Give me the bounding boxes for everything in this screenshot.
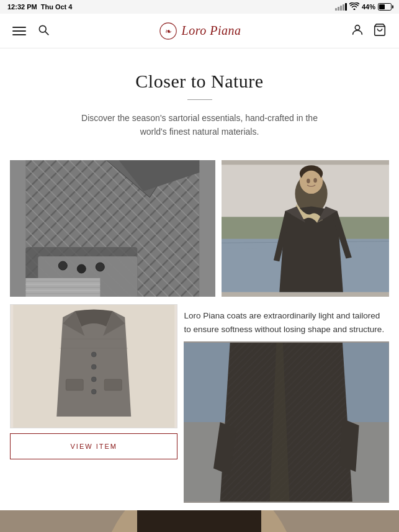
battery-percentage: 44% xyxy=(362,3,375,11)
hero-divider xyxy=(187,99,212,100)
bottom-content-row: VIEW ITEM Loro Piana coats are extraordi… xyxy=(10,304,389,503)
coat-product-image xyxy=(10,304,177,428)
fabric-image xyxy=(10,160,215,297)
warm-tones-section: Warm Tones xyxy=(0,510,399,532)
account-button[interactable] xyxy=(351,23,364,39)
hero-title: Closer to Nature xyxy=(25,71,374,92)
status-bar: 12:32 PM Thu Oct 4 44% xyxy=(0,0,399,14)
svg-point-14 xyxy=(58,261,67,270)
brand-logo[interactable]: ❧ Loro Piana xyxy=(158,21,241,41)
svg-point-0 xyxy=(39,25,46,32)
svg-point-4 xyxy=(355,25,359,29)
svg-point-38 xyxy=(91,377,96,382)
svg-point-39 xyxy=(91,389,96,394)
nav-right xyxy=(351,23,387,39)
nav-left xyxy=(12,24,50,38)
status-right: 44% xyxy=(335,2,392,11)
signal-icon xyxy=(335,3,347,11)
svg-line-1 xyxy=(45,31,48,34)
svg-rect-40 xyxy=(66,379,83,390)
cart-button[interactable] xyxy=(373,23,387,39)
status-time: 12:32 PM xyxy=(7,3,37,11)
svg-point-32 xyxy=(300,171,321,194)
svg-rect-41 xyxy=(104,379,122,390)
product-description: Loro Piana coats are extraordinarily lig… xyxy=(184,304,389,342)
svg-point-36 xyxy=(91,352,96,357)
man-portrait-bottom xyxy=(184,341,389,503)
svg-point-33 xyxy=(307,179,310,183)
svg-point-34 xyxy=(313,178,317,183)
wifi-icon xyxy=(349,2,359,11)
bottom-left-col: VIEW ITEM xyxy=(10,304,177,503)
status-left: 12:32 PM Thu Oct 4 xyxy=(7,3,72,11)
man-portrait-top xyxy=(222,160,389,297)
battery-icon xyxy=(378,3,392,11)
logo-emblem: ❧ xyxy=(158,21,178,41)
nav-bar: ❧ Loro Piana xyxy=(0,14,399,48)
view-item-button[interactable]: VIEW ITEM xyxy=(10,433,177,459)
hero-section: Closer to Nature Discover the season's s… xyxy=(0,48,399,154)
search-button[interactable] xyxy=(37,24,50,38)
content-area: VIEW ITEM Loro Piana coats are extraordi… xyxy=(0,154,399,503)
menu-button[interactable] xyxy=(12,27,26,35)
brand-name: Loro Piana xyxy=(182,24,241,38)
svg-point-37 xyxy=(91,364,96,369)
svg-point-57 xyxy=(137,510,261,532)
hero-subtitle: Discover the season's sartorial essentia… xyxy=(76,111,324,139)
svg-point-16 xyxy=(96,263,104,271)
bottom-right-col: Loro Piana coats are extraordinarily lig… xyxy=(184,304,389,503)
svg-point-15 xyxy=(77,264,86,273)
status-day: Thu Oct 4 xyxy=(41,3,73,11)
top-image-row xyxy=(10,160,389,297)
svg-text:❧: ❧ xyxy=(164,26,171,35)
